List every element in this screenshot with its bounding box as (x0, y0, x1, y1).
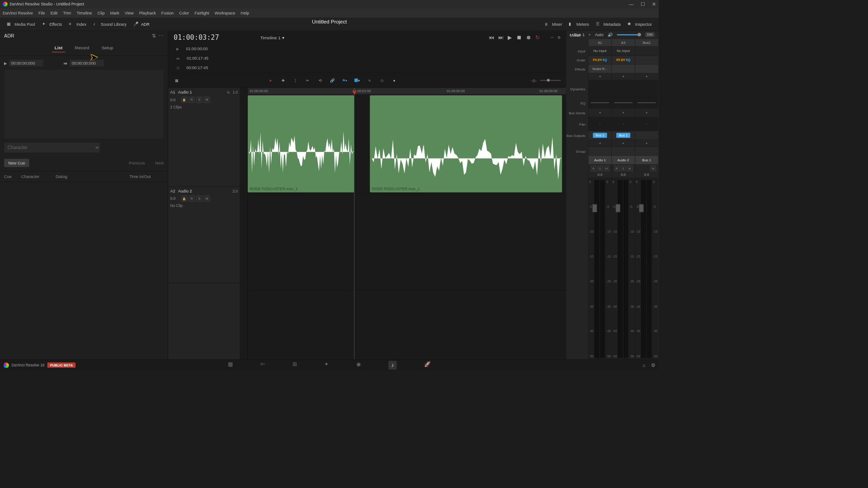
track-a2[interactable] (248, 193, 566, 290)
menu-davinci-resolve[interactable]: DaVinci Resolve (3, 11, 33, 16)
loop-button[interactable]: ↻ (535, 34, 540, 41)
track-a1[interactable]: RODE PODCASTER.mov_1 RODE PODCASTER.mov_… (248, 94, 566, 193)
fader[interactable]: 0-5-10-15-20-30-40-50 0-5-10-15-20-30-40… (635, 177, 658, 359)
media-page[interactable]: ▦ (228, 361, 233, 370)
playhead[interactable] (354, 88, 354, 359)
effects-slot[interactable]: Noise R... (589, 65, 612, 74)
dynamics-graph[interactable] (635, 80, 658, 98)
dim-button[interactable]: DIM (645, 32, 655, 37)
menu-clip[interactable]: Clip (98, 11, 105, 16)
eq-graph[interactable] (635, 98, 658, 108)
track-header-a1[interactable]: A1Audio 1fx1.0 0.0 🔒 R S M 2 Clips (168, 88, 240, 187)
flag-tool[interactable]: ⚑▾ (342, 77, 348, 84)
menu-icon[interactable]: ⋯ (159, 33, 164, 39)
edit-page[interactable]: ⊞ (292, 361, 297, 370)
bus-select[interactable]: Bus 1 (574, 32, 585, 37)
new-cue-button[interactable]: New Cue (4, 159, 29, 167)
meters-button[interactable]: ▮Meters (566, 20, 593, 28)
adr-tab-record[interactable]: Record (72, 44, 92, 52)
volume-slider[interactable] (617, 34, 641, 35)
snap-tool[interactable]: ⟲ (317, 77, 323, 84)
pointer-tool[interactable]: ➤ (268, 77, 274, 84)
menu-color[interactable]: Color (179, 11, 189, 16)
track-header-a2[interactable]: A2Audio 22.0 0.0 🔒 R S M No Clip (168, 187, 240, 283)
menu-file[interactable]: File (38, 11, 45, 16)
prev-cue-button[interactable]: Previous (129, 160, 145, 165)
input-select[interactable]: No Input (589, 47, 612, 56)
solo-button[interactable]: S (196, 97, 203, 103)
group-select[interactable] (635, 147, 658, 156)
dynamics-graph[interactable] (589, 80, 612, 98)
zoom-out-icon[interactable]: ◁▷ (531, 78, 537, 83)
fairlight-page[interactable]: ♪ (388, 361, 396, 370)
range-tool[interactable]: ⌶ (292, 77, 299, 84)
effects-button[interactable]: ✦Effects (38, 20, 66, 28)
fader[interactable]: 0-5-10-15-20-30-40-50 0-5-10-15-20-30-40… (612, 177, 635, 359)
auto-button[interactable]: Auto (595, 32, 604, 37)
add-effect[interactable]: + (635, 73, 658, 80)
project-settings-icon[interactable]: ⚙ (651, 362, 656, 368)
menu-help[interactable]: Help (241, 11, 249, 16)
tc-in-icon[interactable]: ▶ (4, 61, 7, 66)
bus-send[interactable]: + (589, 108, 612, 117)
menu-edit[interactable]: Edit (51, 11, 58, 16)
mixer-button[interactable]: ⫼Mixer (541, 20, 566, 28)
arm-button[interactable]: R (189, 97, 195, 103)
effects-slot[interactable] (612, 65, 635, 74)
tracks-area[interactable]: 01:00:00:0001:00:03:0001:00:06:0001:00:0… (248, 88, 566, 359)
stop-button[interactable]: ⏹ (516, 34, 522, 41)
input-select[interactable] (635, 47, 658, 56)
razor-tool[interactable]: ✂ (305, 77, 311, 84)
marker-color[interactable]: ▾ (354, 77, 360, 84)
menu-playback[interactable]: Playback (139, 11, 156, 16)
bus-send[interactable]: + (635, 108, 658, 117)
sort-icon[interactable]: ⇅ (152, 33, 156, 39)
next-cue-button[interactable]: Next (155, 160, 164, 165)
adr-button[interactable]: 🎤ADR (130, 20, 153, 28)
play-button[interactable]: ▶ (508, 34, 512, 41)
view-options-icon[interactable]: ▦ (174, 77, 180, 84)
eq-graph[interactable] (612, 98, 635, 108)
adr-tab-list[interactable]: List (52, 44, 66, 52)
tc-out-field[interactable] (70, 60, 104, 66)
fusion-page[interactable]: ✦ (324, 361, 329, 370)
effects-slot[interactable] (635, 65, 658, 74)
s-button[interactable]: S (621, 166, 626, 171)
solo-button[interactable]: S (196, 196, 203, 202)
adr-tab-setup[interactable]: Setup (99, 44, 116, 52)
menu-fairlight[interactable]: Fairlight (194, 11, 209, 16)
home-icon[interactable]: ⌂ (642, 362, 645, 368)
audio-clip[interactable]: RODE PODCASTER.mov_1 (370, 95, 562, 192)
timecode-display[interactable]: 01:00:03:27 (174, 33, 219, 42)
audio-clip[interactable]: RODE PODCASTER.mov_1 (248, 95, 354, 192)
r-button[interactable]: R (591, 166, 596, 171)
timeline-dropdown[interactable]: Timeline 1 ▾ (260, 35, 284, 40)
menu-view[interactable]: View (125, 11, 134, 16)
forward-button[interactable]: ⏭ (498, 34, 504, 41)
dynamics-graph[interactable] (612, 80, 635, 98)
deliver-page[interactable]: 🚀 (424, 361, 431, 370)
fader[interactable]: 0-5-10-15-20-30-40-50 0-5-10-15-20-30-40… (589, 177, 612, 359)
add-effect[interactable]: + (612, 73, 635, 80)
pan-control[interactable]: · (612, 117, 635, 131)
transient-tool[interactable]: ∿ (367, 77, 373, 84)
group-select[interactable] (589, 147, 612, 156)
input-select[interactable]: No Input (612, 47, 635, 56)
add-effect[interactable]: + (589, 73, 612, 80)
media-pool-button[interactable]: ▦Media Pool (4, 20, 38, 28)
menu-mark[interactable]: Mark (110, 11, 119, 16)
m-button[interactable]: M (604, 166, 609, 171)
mute-button[interactable]: M (204, 97, 210, 103)
tc-in-field[interactable] (9, 60, 43, 66)
pan-control[interactable]: · (635, 117, 658, 131)
inspector-button[interactable]: ✱Inspector (624, 20, 655, 28)
r-button[interactable]: R (614, 166, 619, 171)
rewind-button[interactable]: ⏮ (489, 34, 494, 41)
m-button[interactable]: M (651, 166, 656, 171)
index-button[interactable]: ≡Index (66, 20, 90, 28)
speaker-icon[interactable]: 🔊 (608, 32, 613, 37)
record-button[interactable]: ⏺ (526, 34, 531, 41)
menu-timeline[interactable]: Timeline (77, 11, 92, 16)
bus-output[interactable]: Bus 1 (612, 131, 635, 140)
settings-icon[interactable]: ⚙ (557, 35, 561, 40)
